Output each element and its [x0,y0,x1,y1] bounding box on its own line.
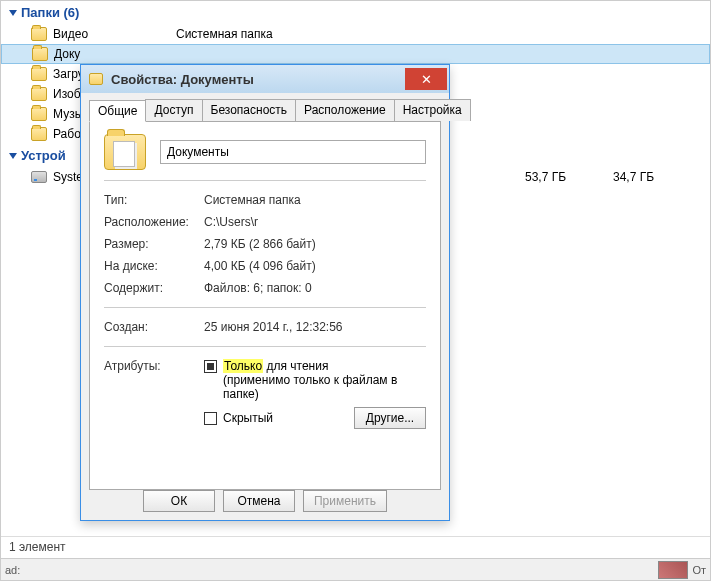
prop-type: Тип: Системная папка [104,189,426,211]
prop-label: Содержит: [104,281,204,295]
folder-label: Изоб [53,87,81,101]
ok-button[interactable]: ОК [143,490,215,512]
folder-icon [31,27,47,41]
folder-label: Рабо [53,127,81,141]
prop-value: Файлов: 6; папок: 0 [204,281,312,295]
folder-row-documents[interactable]: Доку [1,44,710,64]
properties-dialog: Свойства: Документы ✕ Общие Доступ Безоп… [80,64,450,521]
tab-general[interactable]: Общие [89,100,146,122]
folder-icon [31,107,47,121]
prop-value: Системная папка [204,193,301,207]
tab-security[interactable]: Безопасность [202,99,297,121]
taskbar-thumbnail[interactable] [658,561,688,579]
prop-ondisk: На диске: 4,00 КБ (4 096 байт) [104,255,426,277]
tab-location[interactable]: Расположение [295,99,395,121]
close-button[interactable]: ✕ [405,68,447,90]
prop-label: На диске: [104,259,204,273]
hidden-checkbox[interactable] [204,412,217,425]
hidden-row: Скрытый Другие... [204,407,426,429]
prop-label: Создан: [104,320,204,334]
hidden-label: Скрытый [223,411,273,425]
cancel-button[interactable]: Отмена [223,490,295,512]
apply-button[interactable]: Применить [303,490,387,512]
folder-label: Доку [54,47,80,61]
folders-header-text: Папки (6) [21,5,79,20]
prop-value: 25 июня 2014 г., 12:32:56 [204,320,343,334]
folder-name-input[interactable] [160,140,426,164]
prop-value: 4,00 КБ (4 096 байт) [204,259,316,273]
taskbar-left-text: ad: [5,564,20,576]
tab-content-general: Тип: Системная папка Расположение: C:\Us… [89,122,441,490]
dialog-button-row: ОК Отмена Применить [81,490,449,512]
prop-label: Расположение: [104,215,204,229]
prop-contains: Содержит: Файлов: 6; папок: 0 [104,277,426,299]
tab-sharing[interactable]: Доступ [145,99,202,121]
prop-size: Размер: 2,79 КБ (2 866 байт) [104,233,426,255]
dialog-title: Свойства: Документы [111,72,254,87]
folder-label: Видео [53,27,88,41]
status-bar: 1 элемент [1,536,710,558]
prop-label: Тип: [104,193,204,207]
drive-label: Syste [53,170,83,184]
folder-icon [32,47,48,61]
folder-label: Музы [53,107,83,121]
drive-size-total: 53,7 ГБ [525,170,566,184]
folders-section-header[interactable]: Папки (6) [1,1,710,24]
folder-row-video[interactable]: Видео Системная папка [1,24,710,44]
readonly-note: (применимо только к файлам в папке) [223,373,397,401]
drive-size-free: 34,7 ГБ [613,170,654,184]
taskbar: ad: От [1,558,710,580]
prop-created: Создан: 25 июня 2014 г., 12:32:56 [104,316,426,338]
folder-icon [31,67,47,81]
other-attributes-button[interactable]: Другие... [354,407,426,429]
taskbar-right-text: От [692,564,706,576]
prop-value: 2,79 КБ (2 866 байт) [204,237,316,251]
folder-type: Системная папка [176,27,273,41]
folder-icon [31,87,47,101]
readonly-label: Только для чтения [223,359,328,373]
prop-location: Расположение: C:\Users\r [104,211,426,233]
divider [104,180,426,181]
attributes-label: Атрибуты: [104,359,204,435]
divider [104,346,426,347]
caret-down-icon [9,10,17,16]
dialog-titlebar[interactable]: Свойства: Документы ✕ [81,65,449,93]
drive-icon [31,171,47,183]
prop-value: C:\Users\r [204,215,258,229]
tab-strip: Общие Доступ Безопасность Расположение Н… [89,99,441,122]
devices-header-text: Устрой [21,148,66,163]
large-folder-icon [104,134,146,170]
prop-label: Размер: [104,237,204,251]
readonly-checkbox[interactable] [204,360,217,373]
folder-icon [31,127,47,141]
readonly-row: Только для чтения (применимо только к фа… [204,359,426,401]
divider [104,307,426,308]
close-icon: ✕ [421,72,432,87]
folder-icon [89,73,103,85]
caret-down-icon [9,153,17,159]
tab-customize[interactable]: Настройка [394,99,471,121]
status-text: 1 элемент [9,540,66,554]
